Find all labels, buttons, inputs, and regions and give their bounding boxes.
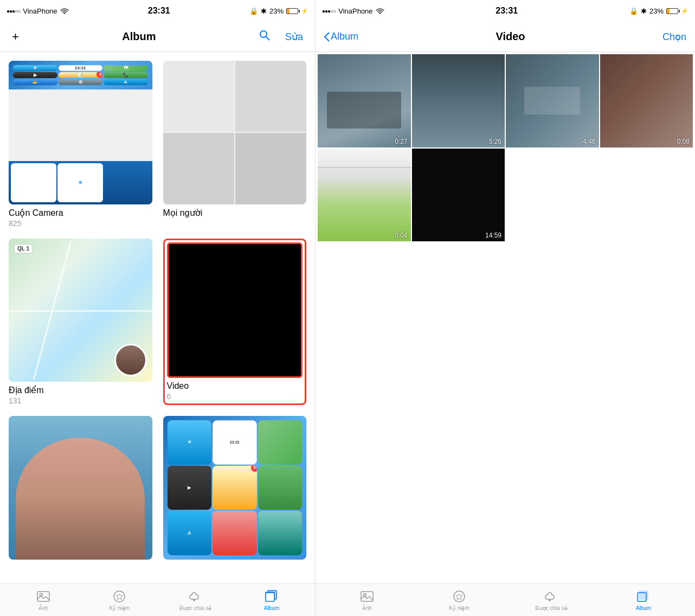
app-wallet: 💳 [13,79,57,85]
svg-point-0 [63,13,65,14]
album-thumb-video [167,242,303,378]
app-map-2 [258,420,303,465]
album-content: ☀ 23:31 🗺 ▶ 📝5 📞 💳 ⚙ A ❤ ⚙ [0,52,315,583]
album-thumb-moi-nguoi [163,61,307,204]
album-item-selfie[interactable] [9,416,152,564]
add-album-button[interactable]: + [9,28,22,46]
video-thumb-1[interactable]: 0:27 [318,54,411,147]
back-chevron-icon [324,32,330,42]
app-health: ❤ [11,163,56,202]
face-overlay [114,344,147,376]
right-status-left: ●●●○○ VinaPhone [322,7,384,15]
edit-button[interactable]: Sửa [282,29,306,45]
cloud-icon [189,589,203,604]
right-tab-chia-se[interactable]: Được chia sẻ [505,589,597,611]
left-tab-bar: Ảnh Kỷ niệm Được chia sẻ [0,583,315,616]
album-thumb-cuon-camera: ☀ 23:31 🗺 ▶ 📝5 📞 💳 ⚙ A ❤ ⚙ [9,61,152,204]
video-duration-2: 5:26 [489,138,501,145]
left-tab-anh-label: Ảnh [38,605,48,611]
app-clock-2: 23:31 [213,420,257,465]
app-video-2: ▶ [168,466,212,510]
left-tab-chia-se-label: Được chia sẻ [179,605,211,611]
app-map: 🗺 [104,65,148,71]
left-battery-pct: 23% [269,7,284,15]
right-wifi-icon [376,8,384,14]
video-thumb-2[interactable]: 5:26 [412,54,505,147]
app-appstore-2: A [168,511,212,555]
left-status-right: 🔒 ✱ 23% ⚡ [249,7,308,15]
svg-point-5 [114,591,125,602]
video-thumb-6[interactable]: 14:59 [412,149,505,242]
right-tab-anh[interactable]: Ảnh [321,589,413,611]
left-status-bar: ●●●○○ VinaPhone 23:31 🔒 ✱ 23% ⚡ [0,0,315,22]
left-signal-dots: ●●●○○ [7,8,20,14]
album-item-dia-diem[interactable]: QL 1 Địa điểm 131 [9,239,152,406]
photo-icon [36,589,50,604]
app-weather-2: ☀ [168,420,212,465]
right-tab-ky-niem[interactable]: Kỷ niệm [413,589,505,611]
video-duration-6: 14:59 [485,232,501,239]
ql-badge: QL 1 [14,244,33,253]
search-button[interactable] [256,28,273,46]
video-thumb-5[interactable]: 0:04 [318,149,411,242]
left-tab-anh[interactable]: Ảnh [5,589,81,611]
album-name-moi-nguoi: Mọi người [163,208,307,218]
left-nav-bar: + Album Sửa [0,22,315,52]
app-settings: ⚙ [59,79,103,85]
album-item-moi-nguoi[interactable]: Mọi người [163,61,307,228]
right-carrier: VinaPhone [338,7,372,15]
left-bluetooth-icon: ✱ [261,7,267,15]
right-nav-bar: Album Video Chọn [316,22,695,52]
album-thumb-dia-diem: QL 1 [9,239,152,382]
album-thumb-selfie [9,416,152,560]
right-tab-ky-niem-label: Kỷ niệm [449,605,469,611]
right-status-right: 🔒 ✱ 23% ⚡ [629,7,688,15]
album-item-cuon-camera[interactable]: ☀ 23:31 🗺 ▶ 📝5 📞 💳 ⚙ A ❤ ⚙ [9,61,152,228]
video-duration-3: 4:46 [583,138,595,145]
right-tab-album[interactable]: Album [597,589,690,611]
app-notes: 📝5 [59,72,103,78]
right-album-icon-active [636,589,651,604]
svg-point-14 [379,13,381,14]
chon-button[interactable]: Chọn [662,31,686,43]
search-icon [259,30,270,41]
svg-rect-15 [361,592,373,601]
album-name-video: Video [167,381,303,391]
back-button[interactable]: Album [324,31,358,42]
left-carrier: VinaPhone [23,7,57,15]
video-grid: 0:27 5:26 4:46 0:08 [318,54,693,241]
left-tab-album-label: Album [264,605,279,611]
album-count-dia-diem: 131 [9,396,152,405]
ios-home-screen: ☀ 23:31 🗺 ▶ 📝5 📞 💳 ⚙ A [9,61,152,89]
album-thumb-ios2: ☀ 23:31 ▶ 5 A [163,416,307,560]
app-teal [258,511,303,555]
album-item-video[interactable]: Video 6 [163,239,307,406]
svg-rect-22 [639,591,648,600]
right-cloud-icon [544,589,558,604]
left-tab-chia-se[interactable]: Được chia sẻ [158,589,234,611]
video-thumb-3[interactable]: 4:46 [506,54,599,147]
svg-point-17 [454,591,465,602]
svg-point-1 [260,31,267,37]
right-tab-chia-se-label: Được chia sẻ [535,605,567,611]
svg-marker-18 [456,594,462,600]
left-battery-icon [286,8,298,14]
left-tab-album[interactable]: Album [234,589,310,611]
right-tab-album-label: Album [636,605,651,611]
left-charging-icon: ⚡ [301,8,308,15]
right-bluetooth-icon: ✱ [641,7,647,15]
album-name-dia-diem: Địa điểm [9,385,152,395]
album-item-ios2[interactable]: ☀ 23:31 ▶ 5 A [163,416,307,564]
back-label: Album [331,31,358,42]
video-thumb-4[interactable]: 0:08 [600,54,693,147]
right-nav-title: Video [495,30,525,43]
left-tab-ky-niem[interactable]: Kỷ niệm [81,589,157,611]
app-weather: ☀ [13,65,57,71]
app-red [213,511,257,555]
right-status-bar: ●●●○○ VinaPhone 23:31 🔒 ✱ 23% ⚡ [316,0,695,22]
right-signal-dots: ●●●○○ [322,8,336,14]
right-battery-icon [666,8,678,14]
svg-marker-6 [116,594,123,600]
album-count-video: 6 [167,392,303,401]
ios-home-screen-2: ☀ 23:31 ▶ 5 A [163,416,307,560]
